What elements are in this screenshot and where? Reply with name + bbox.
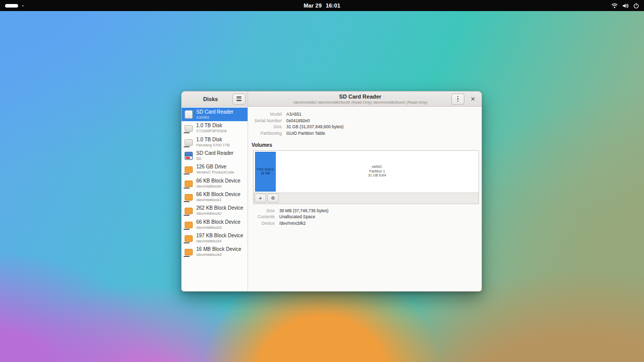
sidebar-header: Disks [182,92,248,106]
window-title: SD Card Reader [269,94,451,100]
drive-menu-button[interactable] [451,94,464,105]
sidebar-item-2[interactable]: 1.0 TB DiskFanxiang S700 1TB [182,135,248,149]
block-orange-icon [185,166,193,173]
field-label: Device [252,221,275,226]
app-menu-button[interactable] [232,94,246,105]
volume-label-line: Partition 1 [369,169,385,174]
free-space-volume[interactable]: Free Space38 MB [255,152,276,192]
block-orange-icon [185,180,193,187]
window-body: SD Card ReaderA3A5511.0 TB DiskCT1000P3P… [182,107,481,291]
device-list: SD Card ReaderA3A5511.0 TB DiskCT1000P3P… [182,107,248,291]
create-partition-button[interactable]: + [255,194,266,203]
device-title: 1.0 TB Disk [196,137,229,143]
volume-info-fields: Size38 MB (37,748,736 bytes)ContentsUnal… [252,208,478,226]
volume-label-line: eMMC [372,165,382,169]
top-bar: Mar 29 16:01 [0,0,644,11]
power-icon [633,3,639,9]
volume-grid: Free Space38 MBeMMCPartition 131 GB Ext4 [254,151,478,193]
partition-volume[interactable]: eMMCPartition 131 GB Ext4 [276,151,478,193]
wifi-icon [611,3,618,9]
clock-time: 16:01 [326,3,340,9]
device-title: SD Card Reader [196,109,233,115]
device-title: 66 KB Block Device [196,219,240,225]
app-title: Disks [182,96,232,102]
hamburger-icon [236,97,242,101]
device-title: 66 KB Block Device [196,192,240,198]
volumes-section-title: Volumes [252,142,478,148]
close-icon: ✕ [470,96,475,103]
sidebar-item-7[interactable]: 262 KB Block Device/dev/mtdblock2 [182,204,248,217]
device-text: SD Card ReaderA3A551 [196,109,233,120]
clock-date: Mar 29 [303,3,321,9]
drive-icon [185,125,193,132]
device-subtitle: A3A551 [196,115,233,120]
device-text: 66 KB Block Device/dev/mtdblock3 [196,219,240,230]
gear-icon: ⚙ [271,196,275,201]
drive-icon [185,139,193,146]
block-orange-icon [185,222,193,228]
activities-button[interactable] [5,0,24,11]
sd-card-white-icon [185,110,193,119]
device-text: 66 KB Block Device/dev/mtdblock1 [196,192,240,202]
window-titles: SD Card Reader /dev/mmcblk2 /dev/mmcblk2… [251,94,451,105]
volume-icon [622,3,629,9]
partition-options-button[interactable]: ⚙ [267,194,279,203]
field-value: A3A551 [286,112,478,117]
titlebar[interactable]: Disks SD Card Reader /dev/mmcblk2 /dev/m… [182,92,481,107]
window-subtitle: /dev/mmcblk2 /dev/mmcblk2boot0 (Read-Onl… [269,100,451,105]
sidebar-item-4[interactable]: 126 GB DriveVendorC ProductCode [182,162,248,176]
device-subtitle: /dev/mtdblock0 [196,184,240,189]
device-title: 126 GB Drive [196,164,234,170]
field-label: Size [252,124,282,130]
device-text: 1.0 TB DiskFanxiang S700 1TB [196,137,229,147]
device-subtitle: /dev/mtdblock1 [196,198,240,202]
sidebar-item-5[interactable]: 66 KB Block Device/dev/mtdblock0 [182,176,248,190]
sidebar-item-1[interactable]: 1.0 TB DiskCT1000P3PSSD8 [182,121,248,135]
device-title: 197 KB Block Device [196,233,243,239]
sidebar-item-0[interactable]: SD Card ReaderA3A551 [182,108,248,121]
field-value: 31 GB (31,037,849,600 bytes) [286,124,478,130]
field-value: 38 MB (37,748,736 bytes) [279,208,478,214]
volume-label-line: 31 GB Ext4 [368,173,386,178]
block-orange-icon [185,194,193,201]
field-label: Size [252,208,275,214]
field-value: Unallocated Space [279,214,478,220]
device-text: 262 KB Block Device/dev/mtdblock2 [196,205,243,216]
system-status-area[interactable] [611,3,639,9]
workspace-dot-icon [22,5,24,7]
field-value: 0x041892e0 [286,118,478,124]
sidebar-item-9[interactable]: 197 KB Block Device/dev/mtdblock4 [182,231,248,245]
device-subtitle: Fanxiang S700 1TB [196,143,229,147]
device-text: 1.0 TB DiskCT1000P3PSSD8 [196,123,226,133]
field-label: Contents [252,214,275,220]
volume-label-line: 38 MB [261,171,270,175]
device-subtitle: /dev/mtdblock3 [196,225,240,230]
sidebar-item-10[interactable]: 16 MB Block Device/dev/mtdblock5 [182,245,248,258]
desktop-background: Mar 29 16:01 Disks SD [0,0,644,362]
volumes-widget: Free Space38 MBeMMCPartition 131 GB Ext4… [253,150,479,204]
block-orange-icon [185,249,193,255]
device-text: 126 GB DriveVendorC ProductCode [196,164,234,174]
drive-info-fields: ModelA3A551Serial Number0x041892e0Size31… [252,112,478,136]
field-label: Serial Number [252,118,282,124]
volume-toolbar: +⚙ [254,193,478,204]
field-value: /dev/mmcblk2 [279,221,478,226]
device-title: SD Card Reader [196,150,233,156]
sidebar-item-3[interactable]: SD Card ReaderSD [182,149,248,162]
device-text: 197 KB Block Device/dev/mtdblock4 [196,233,243,243]
block-orange-icon [185,208,193,214]
device-subtitle: VendorC ProductCode [196,170,234,174]
device-subtitle: /dev/mtdblock5 [196,252,241,257]
field-value: GUID Partition Table [286,131,478,136]
block-orange-icon [185,235,193,242]
close-button[interactable]: ✕ [467,94,478,105]
clock[interactable]: Mar 29 16:01 [303,3,340,9]
device-subtitle: /dev/mtdblock4 [196,239,243,243]
sidebar-item-6[interactable]: 66 KB Block Device/dev/mtdblock1 [182,190,248,204]
device-text: 16 MB Block Device/dev/mtdblock5 [196,246,241,257]
device-title: 1.0 TB Disk [196,123,226,129]
kebab-menu-icon [457,96,459,102]
field-label: Partitioning [252,131,282,136]
device-title: 66 KB Block Device [196,178,240,184]
sidebar-item-8[interactable]: 66 KB Block Device/dev/mtdblock3 [182,217,248,231]
